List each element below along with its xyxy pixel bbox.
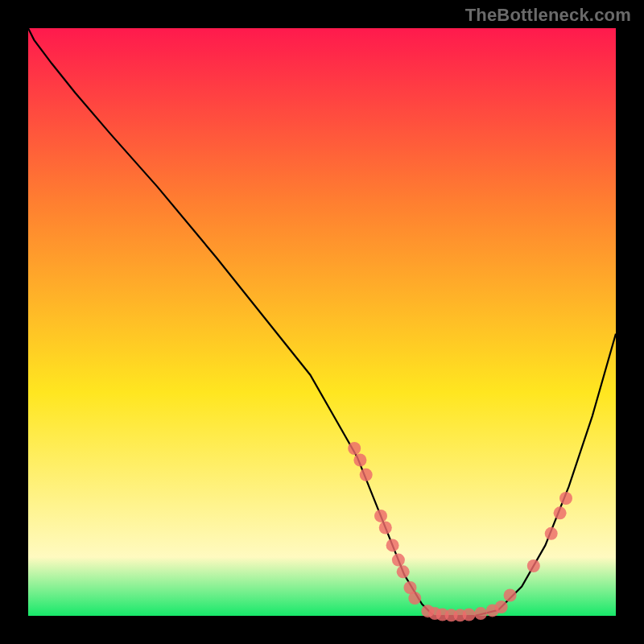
data-marker [360, 469, 373, 481]
data-marker [474, 607, 487, 620]
data-marker [397, 565, 410, 578]
plot-background [28, 28, 616, 616]
data-marker [353, 454, 366, 467]
data-marker [545, 527, 558, 540]
data-marker [504, 589, 517, 602]
chart-container: TheBottleneck.com [0, 0, 644, 644]
bottleneck-chart [0, 0, 644, 644]
data-marker [379, 522, 392, 535]
data-marker [554, 506, 567, 519]
data-marker [392, 554, 405, 567]
data-marker [374, 510, 387, 522]
data-marker [527, 559, 540, 572]
data-marker [408, 592, 421, 605]
data-marker [348, 442, 361, 455]
data-marker [386, 539, 399, 551]
data-marker [495, 601, 508, 613]
data-marker [559, 492, 572, 505]
data-marker [463, 609, 476, 621]
